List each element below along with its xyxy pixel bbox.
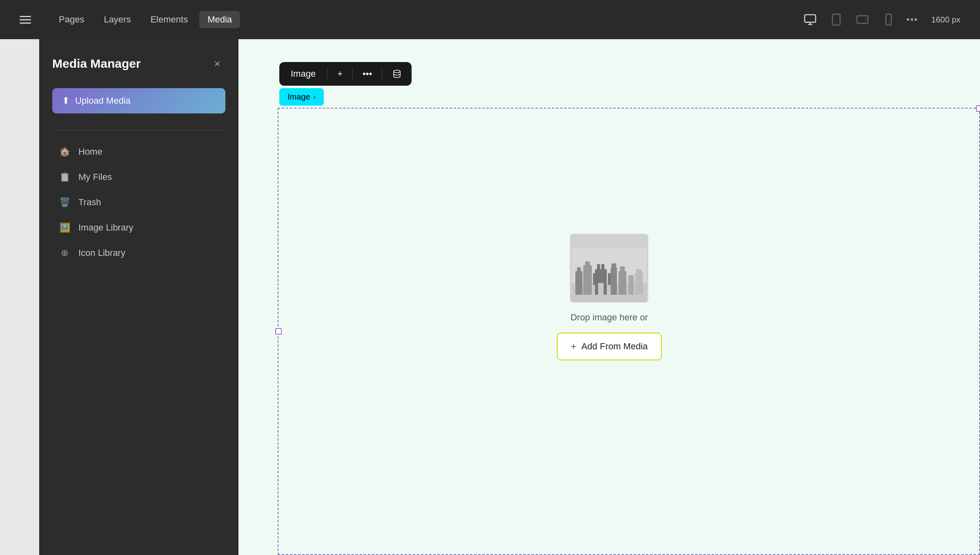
- image-library-icon: 🖼️: [59, 222, 70, 233]
- sidebar-item-image-library[interactable]: 🖼️ Image Library: [52, 216, 225, 240]
- toolbar-image-label[interactable]: Image: [279, 62, 327, 86]
- svg-point-6: [888, 22, 889, 24]
- svg-point-7: [394, 70, 400, 73]
- selection-handle-top-right[interactable]: [976, 105, 980, 112]
- svg-point-4: [865, 19, 866, 20]
- sidebar-item-my-files[interactable]: 📋 My Files: [52, 165, 225, 189]
- svg-rect-15: [597, 264, 600, 270]
- drop-zone-image: [570, 234, 648, 302]
- svg-rect-23: [620, 266, 625, 272]
- sidebar-title: Media Manager: [52, 57, 141, 71]
- toolbar-more-button[interactable]: •••: [353, 62, 382, 86]
- selection-handle-mid-left[interactable]: [275, 328, 282, 335]
- topbar: Pages Layers Elements Media ••• 1600 px: [0, 0, 980, 39]
- svg-rect-20: [611, 267, 617, 295]
- svg-rect-1: [832, 14, 840, 25]
- home-icon: 🏠: [59, 147, 70, 157]
- floating-toolbar: Image + •••: [279, 62, 412, 86]
- app-container: Media Manager × ⬆ Upload Media 🏠 Home 📋 …: [39, 39, 980, 555]
- svg-rect-10: [575, 271, 582, 295]
- main-canvas: Image + ••• Image ›: [238, 39, 980, 555]
- svg-rect-19: [598, 283, 604, 295]
- toolbar-db-button[interactable]: [382, 62, 412, 85]
- svg-rect-24: [628, 275, 634, 295]
- nav-media[interactable]: Media: [199, 11, 240, 28]
- device-landscape-icon[interactable]: [854, 13, 871, 26]
- nav-pages[interactable]: Pages: [51, 11, 92, 28]
- image-tag[interactable]: Image ›: [279, 88, 324, 106]
- topbar-nav: Pages Layers Elements Media: [51, 11, 240, 28]
- device-mobile-icon[interactable]: [880, 13, 897, 26]
- svg-rect-21: [612, 263, 617, 268]
- drop-zone-text: Drop image here or: [570, 312, 648, 323]
- files-icon: 📋: [59, 172, 70, 182]
- sidebar-item-myfiles-label: My Files: [78, 172, 112, 182]
- svg-rect-0: [804, 15, 815, 22]
- upload-media-button[interactable]: ⬆ Upload Media: [52, 88, 225, 113]
- svg-rect-17: [593, 273, 597, 285]
- topbar-right: ••• 1600 px: [802, 13, 960, 26]
- sidebar-item-iconlibrary-label: Icon Library: [78, 248, 125, 258]
- nav-layers[interactable]: Layers: [96, 11, 139, 28]
- sidebar-divider: [52, 130, 225, 130]
- device-desktop-icon[interactable]: [802, 13, 818, 26]
- media-manager-sidebar: Media Manager × ⬆ Upload Media 🏠 Home 📋 …: [39, 39, 238, 555]
- trash-icon: 🗑️: [59, 197, 70, 208]
- svg-rect-5: [886, 14, 891, 25]
- sidebar-item-home-label: Home: [78, 147, 102, 157]
- city-silhouette-icon: [570, 248, 648, 302]
- nav-elements[interactable]: Elements: [142, 11, 196, 28]
- plus-icon: +: [571, 341, 577, 352]
- drop-zone: Drop image here or + Add From Media: [557, 234, 662, 360]
- svg-rect-22: [619, 271, 626, 295]
- svg-rect-25: [635, 273, 643, 295]
- device-tablet-icon[interactable]: [828, 13, 844, 26]
- upload-icon: ⬆: [62, 95, 69, 106]
- svg-point-2: [835, 22, 837, 24]
- sidebar-header: Media Manager ×: [52, 56, 225, 72]
- sidebar-item-home[interactable]: 🏠 Home: [52, 140, 225, 164]
- image-tag-label: Image: [287, 92, 310, 102]
- sidebar-item-trash-label: Trash: [78, 197, 101, 208]
- sidebar-item-trash[interactable]: 🗑️ Trash: [52, 191, 225, 214]
- close-button[interactable]: ×: [209, 56, 225, 72]
- sidebar-nav: 🏠 Home 📋 My Files 🗑️ Trash 🖼️ Image Libr…: [52, 140, 225, 265]
- menu-icon[interactable]: [20, 16, 31, 24]
- toolbar-add-button[interactable]: +: [327, 62, 352, 86]
- add-from-media-button[interactable]: + Add From Media: [557, 333, 662, 360]
- svg-rect-18: [608, 273, 611, 285]
- upload-media-label: Upload Media: [75, 95, 131, 106]
- sidebar-item-imagelibrary-label: Image Library: [78, 222, 134, 233]
- svg-rect-12: [584, 265, 592, 295]
- svg-rect-16: [601, 264, 605, 270]
- sidebar-item-icon-library[interactable]: ⊕ Icon Library: [52, 241, 225, 265]
- more-options-icon[interactable]: •••: [906, 14, 918, 25]
- svg-rect-26: [636, 269, 641, 274]
- resolution-display: 1600 px: [931, 15, 960, 24]
- icon-library-icon: ⊕: [59, 248, 70, 258]
- add-from-media-label: Add From Media: [581, 341, 648, 352]
- chevron-right-icon: ›: [314, 93, 316, 101]
- svg-rect-11: [577, 267, 581, 272]
- svg-rect-13: [585, 261, 590, 266]
